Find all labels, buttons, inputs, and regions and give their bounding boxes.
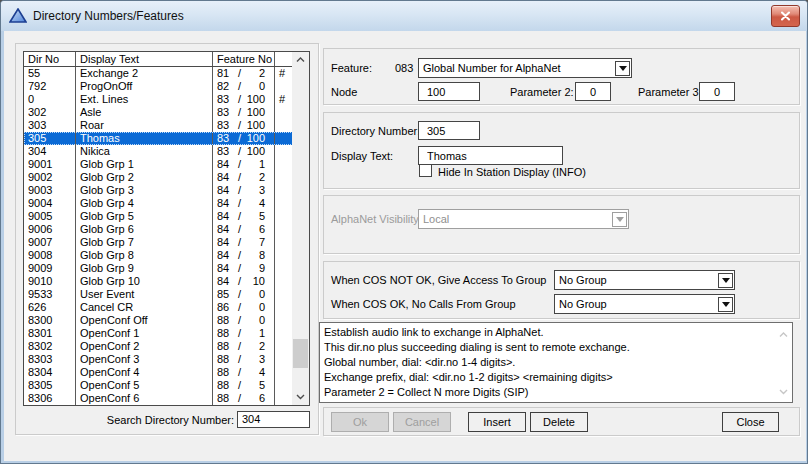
search-directory-input[interactable] <box>237 411 310 428</box>
list-item[interactable]: 626Cancel CR86/0 <box>24 301 309 314</box>
chevron-down-icon <box>616 217 624 222</box>
list-item[interactable]: 9006Glob Grp 684/6 <box>24 223 309 236</box>
feature-no-cell: 86/0 <box>213 301 275 314</box>
list-item[interactable]: 9004Glob Grp 484/4 <box>24 197 309 210</box>
mark-cell <box>275 184 289 197</box>
feature-no-cell: 84/3 <box>213 184 275 197</box>
info-scroll-down-icon[interactable] <box>779 385 788 397</box>
delete-button[interactable]: Delete <box>530 412 588 432</box>
mark-cell <box>275 392 289 405</box>
dialog-window: Directory Numbers/Features Dir No Displa… <box>0 0 808 464</box>
visibility-dropdown-button <box>612 212 627 227</box>
mark-cell <box>275 223 289 236</box>
display-text-cell: Glob Grp 3 <box>76 184 213 197</box>
feature-dropdown-button[interactable] <box>615 61 630 76</box>
dir-no-cell: 8300 <box>24 314 76 327</box>
list-item[interactable]: 55Exchange 281/2# <box>24 67 309 80</box>
feature-code: 083 <box>395 62 413 75</box>
feature-no-cell: 83/100 <box>213 145 275 158</box>
ok-button[interactable]: Ok <box>331 412 389 432</box>
feature-no-cell: 83/100 <box>213 106 275 119</box>
list-item[interactable]: 303Roar83/100 <box>24 119 309 132</box>
cos-ok-dropdown-button[interactable] <box>718 297 733 312</box>
feature-no-cell: 84/4 <box>213 197 275 210</box>
list-item[interactable]: 9007Glob Grp 784/7 <box>24 236 309 249</box>
dir-no-cell: 9003 <box>24 184 76 197</box>
list-item[interactable]: 8305OpenConf 588/5 <box>24 379 309 392</box>
list-item[interactable]: 8300OpenConf Off88/0 <box>24 314 309 327</box>
list-item[interactable]: 9008Glob Grp 884/8 <box>24 249 309 262</box>
display-text-cell: Glob Grp 7 <box>76 236 213 249</box>
dir-no-cell: 304 <box>24 145 76 158</box>
list-item[interactable]: 302Asle83/100 <box>24 106 309 119</box>
close-dialog-button[interactable]: Close <box>722 412 779 432</box>
mark-cell <box>275 249 289 262</box>
list-item[interactable]: 9009Glob Grp 984/9 <box>24 262 309 275</box>
mark-cell <box>275 80 289 93</box>
display-text-cell: OpenConf 6 <box>76 392 213 405</box>
close-button[interactable] <box>771 5 800 27</box>
display-text-cell: Glob Grp 6 <box>76 223 213 236</box>
dir-no-cell: 303 <box>24 119 76 132</box>
list-item[interactable]: 305Thomas83/100 <box>24 132 309 145</box>
cos-not-ok-dropdown-button[interactable] <box>718 273 733 288</box>
dir-no-cell: 9533 <box>24 288 76 301</box>
directory-number-label: Directory Number: <box>331 125 420 138</box>
list-item[interactable]: 9533User Event85/0 <box>24 288 309 301</box>
cos-not-ok-select[interactable]: No Group <box>554 270 735 290</box>
list-item[interactable]: 9003Glob Grp 384/3 <box>24 184 309 197</box>
mark-cell <box>275 145 289 158</box>
feature-description-box[interactable]: Establish audio link to exchange in Alph… <box>319 322 793 403</box>
feature-description-line: Global number, dial: <dir.no 1-4 digits>… <box>324 355 772 370</box>
list-item[interactable]: 8304OpenConf 488/4 <box>24 366 309 379</box>
insert-button[interactable]: Insert <box>468 412 526 432</box>
display-text-input[interactable] <box>418 146 563 165</box>
column-header-display-text[interactable]: Display Text <box>76 52 213 66</box>
list-item[interactable]: 8301OpenConf 188/1 <box>24 327 309 340</box>
display-text-cell: OpenConf 5 <box>76 379 213 392</box>
info-scroll-up-icon[interactable] <box>779 328 788 340</box>
dir-no-cell: 302 <box>24 106 76 119</box>
column-header-feature-no[interactable]: Feature No <box>213 52 275 66</box>
display-text-cell: Glob Grp 8 <box>76 249 213 262</box>
list-item[interactable]: 8306OpenConf 688/6 <box>24 392 309 405</box>
feature-no-cell: 84/5 <box>213 210 275 223</box>
list-item[interactable]: 304Nikica83/100 <box>24 145 309 158</box>
scroll-up-icon[interactable] <box>292 52 309 68</box>
list-header[interactable]: Dir No Display Text Feature No <box>24 52 309 67</box>
column-header-dir-no[interactable]: Dir No <box>24 52 76 66</box>
feature-no-cell: 84/7 <box>213 236 275 249</box>
list-item[interactable]: 9002Glob Grp 284/2 <box>24 171 309 184</box>
cancel-button[interactable]: Cancel <box>393 412 451 432</box>
mark-cell: # <box>275 93 289 106</box>
list-scrollbar[interactable] <box>292 52 309 405</box>
scrollbar-thumb[interactable] <box>293 339 308 368</box>
parameter3-input[interactable] <box>699 82 735 101</box>
display-text-cell: Thomas <box>76 132 213 145</box>
scroll-down-icon[interactable] <box>292 389 309 405</box>
list-item[interactable]: 0Ext. Lines83/100# <box>24 93 309 106</box>
list-item[interactable]: 9010Glob Grp 1084/10 <box>24 275 309 288</box>
parameter2-input[interactable] <box>575 82 611 101</box>
alphanet-visibility-select: Local <box>418 209 629 229</box>
display-text-cell: Glob Grp 2 <box>76 171 213 184</box>
display-text-cell: Asle <box>76 106 213 119</box>
list-item[interactable]: 9005Glob Grp 584/5 <box>24 210 309 223</box>
display-text-cell: Ext. Lines <box>76 93 213 106</box>
chevron-down-icon <box>722 278 730 283</box>
list-item[interactable]: 792ProgOnOff82/0 <box>24 80 309 93</box>
list-item[interactable]: 8302OpenConf 288/2 <box>24 340 309 353</box>
list-item[interactable]: 8303OpenConf 388/3 <box>24 353 309 366</box>
feature-select[interactable]: Global Number for AlphaNet <box>418 58 632 78</box>
cos-ok-select[interactable]: No Group <box>554 294 735 314</box>
node-input[interactable] <box>418 82 480 101</box>
app-triangle-icon <box>9 8 27 24</box>
title-bar[interactable]: Directory Numbers/Features <box>1 1 807 31</box>
feature-no-cell: 82/0 <box>213 80 275 93</box>
cos-not-ok-value: No Group <box>555 272 717 288</box>
hide-in-station-checkbox[interactable] <box>419 164 432 177</box>
display-text-cell: Roar <box>76 119 213 132</box>
directory-number-input[interactable] <box>418 121 480 140</box>
mark-cell <box>275 158 289 171</box>
list-item[interactable]: 9001Glob Grp 184/1 <box>24 158 309 171</box>
